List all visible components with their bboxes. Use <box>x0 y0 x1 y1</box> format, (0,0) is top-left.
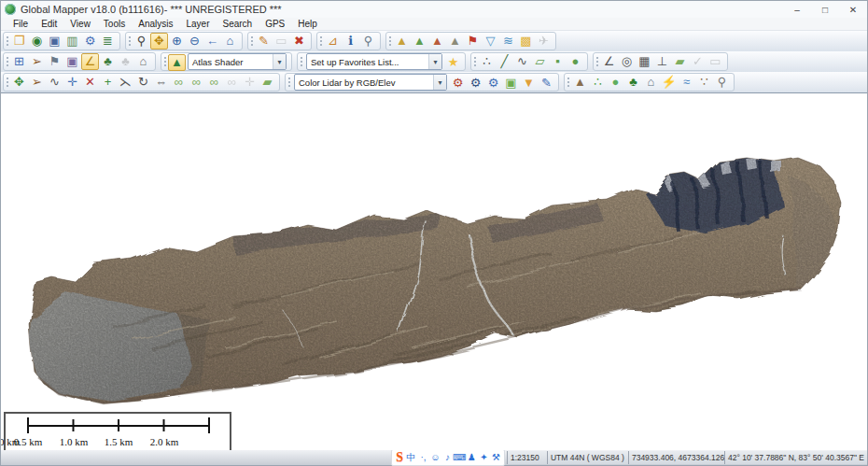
view-3d-icon[interactable]: ▣ <box>63 53 81 70</box>
rotate-feature-icon[interactable]: ↻ <box>134 74 152 91</box>
overlay-control-center-icon[interactable]: ⊞ <box>10 53 28 70</box>
freehand-move-icon[interactable]: ∿ <box>46 74 63 91</box>
clear-selection-icon[interactable]: ✖ <box>290 33 308 49</box>
menu-gps[interactable]: GPS <box>259 18 291 30</box>
generate-contours-icon[interactable]: ≋ <box>499 33 517 49</box>
lidar-toolbox-gear-icon[interactable]: ⚙ <box>449 75 467 92</box>
shift-feature-icon[interactable]: ➢ <box>28 74 46 91</box>
class-medium-vegetation-icon[interactable]: ● <box>607 74 624 91</box>
building-viewer-icon[interactable]: ⌂ <box>134 53 152 70</box>
lidar-color-combobox[interactable]: Color Lidar by RGB/Elev ▾ <box>294 74 447 91</box>
class-building-icon[interactable]: ⌂ <box>642 74 660 91</box>
sogou-ime-toolbar[interactable]: S 中·,☺♪⌨♟✦⚒ <box>391 449 505 466</box>
ime-toolbox-wrench-icon[interactable]: ⚒ <box>490 451 502 464</box>
show-pins-icon[interactable]: ⚑ <box>46 53 63 70</box>
paint-area-icon[interactable]: ▰ <box>671 53 689 70</box>
ime-skin-icon[interactable]: ✦ <box>478 451 490 464</box>
terrain-painting-icon[interactable]: ▲ <box>446 33 464 49</box>
draw-range-rings-icon[interactable]: ◎ <box>618 53 636 70</box>
menu-search[interactable]: Search <box>216 18 259 30</box>
path-profile-toggle-icon[interactable]: ∠ <box>81 53 99 70</box>
zoom-in-icon[interactable]: ⊕ <box>168 33 186 49</box>
class-ground-points-icon[interactable]: ∵ <box>695 74 713 91</box>
delete-vertex-icon[interactable]: ✕ <box>81 74 99 91</box>
terrain-3d-view[interactable] <box>1 93 867 450</box>
class-water-icon[interactable]: ≈ <box>678 74 695 91</box>
menu-help[interactable]: Help <box>291 18 324 30</box>
zoom-out-icon[interactable]: ⊖ <box>186 33 203 49</box>
open-online-data-icon[interactable]: ◉ <box>28 33 46 49</box>
add-vertex-icon[interactable]: + <box>99 74 117 91</box>
draw-line-icon[interactable]: ╱ <box>496 53 513 70</box>
feature-info-icon[interactable]: ℹ <box>342 33 359 49</box>
move-map-icon[interactable]: ✥ <box>10 74 28 91</box>
ime-keyboard-icon[interactable]: ⌨ <box>454 451 466 464</box>
draw-point-icon[interactable]: ∴ <box>478 53 496 70</box>
menu-file[interactable]: File <box>7 18 35 30</box>
raster-options-icon[interactable]: ▩ <box>517 33 535 49</box>
lidar-filter-funnel-icon[interactable]: ▼ <box>520 75 538 92</box>
draw-riser-icon[interactable]: ⊥ <box>653 53 671 70</box>
maximize-button[interactable]: □ <box>811 1 839 18</box>
connect-lines-icon[interactable]: ∞ <box>188 74 205 91</box>
map-layout-icon[interactable]: ▥ <box>63 33 81 49</box>
shader-combobox[interactable]: Atlas Shader ▾ <box>188 53 287 70</box>
lidar-classify-gear-icon[interactable]: ⚙ <box>467 75 484 92</box>
menu-tools[interactable]: Tools <box>97 18 132 30</box>
class-noise-query-icon[interactable]: ⚲ <box>713 74 731 91</box>
ime-voice-icon[interactable]: ♪ <box>441 451 454 464</box>
class-ground-icon[interactable]: ▲ <box>571 74 589 91</box>
scale-feature-icon[interactable]: ⇔ <box>152 74 170 91</box>
lidar-auto-classify-gear-icon[interactable]: ⚙ <box>484 75 502 92</box>
chevron-down-icon[interactable]: ▾ <box>428 54 441 69</box>
draw-circle-icon[interactable]: ● <box>567 53 584 70</box>
draw-angle-icon[interactable]: ∠ <box>600 53 618 70</box>
atlas-shader-preview-icon[interactable]: ▲ <box>168 54 186 71</box>
search-features-icon[interactable]: ⚲ <box>359 33 377 49</box>
elevation-shader-icon[interactable]: ▲ <box>393 33 411 49</box>
split-feature-icon[interactable]: ⋋ <box>117 74 134 91</box>
chevron-down-icon[interactable]: ▾ <box>273 54 286 69</box>
view-shed-icon[interactable]: ▲ <box>428 33 446 49</box>
lidar-trees-icon[interactable]: ♣ <box>99 53 117 70</box>
open-file-icon[interactable]: ❐ <box>10 33 28 49</box>
menu-analysis[interactable]: Analysis <box>132 18 179 30</box>
ime-person-icon[interactable]: ♟ <box>466 451 478 464</box>
map-view[interactable]: 0.0 km0.5 km1.0 km1.5 km2.0 km <box>1 92 867 450</box>
close-button[interactable]: ✕ <box>839 1 867 18</box>
draw-grid-icon[interactable]: ▦ <box>636 53 653 70</box>
intersect-lines-icon[interactable]: ∞ <box>205 74 223 91</box>
lidar-edit-pencil-icon[interactable]: ✎ <box>538 75 555 92</box>
full-extent-home-icon[interactable]: ⌂ <box>221 33 239 49</box>
zoom-box-icon[interactable]: ⚲ <box>133 33 150 49</box>
watershed-icon[interactable]: ⚑ <box>464 33 482 49</box>
draw-curve-icon[interactable]: ∿ <box>513 53 531 70</box>
measure-tool-icon[interactable]: ⊿ <box>324 33 342 49</box>
ime-punctuation-icon[interactable]: ·, <box>417 451 429 464</box>
draw-area-icon[interactable]: ▱ <box>531 53 549 70</box>
move-vertex-icon[interactable]: ✛ <box>63 74 81 91</box>
digitizer-dart-icon[interactable]: ➢ <box>28 53 46 70</box>
chevron-down-icon[interactable]: ▾ <box>433 75 446 90</box>
ime-emoji-icon[interactable]: ☺ <box>429 451 441 464</box>
minimize-button[interactable]: – <box>783 1 811 18</box>
pan-hand-icon[interactable]: ✥ <box>150 33 168 49</box>
menu-edit[interactable]: Edit <box>35 18 63 30</box>
digitizer-pencil-icon[interactable]: ✎ <box>255 33 273 49</box>
flood-simulation-icon[interactable]: ▽ <box>482 33 499 49</box>
favorites-combobox[interactable]: Set up Favorites List... ▾ <box>306 53 442 70</box>
class-powerline-icon[interactable]: ⚡ <box>660 74 678 91</box>
favorites-star-icon[interactable]: ★ <box>444 54 462 71</box>
join-lines-icon[interactable]: ∞ <box>170 74 188 91</box>
map-catalog-icon[interactable]: ≣ <box>99 33 117 49</box>
class-tree-icon[interactable]: ♣ <box>624 74 642 91</box>
ime-chinese-mode-icon[interactable]: 中 <box>405 451 417 464</box>
menu-view[interactable]: View <box>63 18 97 30</box>
configuration-wrench-icon[interactable]: ⚙ <box>81 33 99 49</box>
draw-rectangle-icon[interactable]: ▪ <box>549 53 567 70</box>
lidar-extract-features-icon[interactable]: ▣ <box>502 75 520 92</box>
smooth-feature-icon[interactable]: ▰ <box>259 74 276 91</box>
menu-layer[interactable]: Layer <box>179 18 216 30</box>
sogou-logo-icon[interactable]: S <box>394 451 405 464</box>
save-workspace-icon[interactable]: ▣ <box>46 33 63 49</box>
